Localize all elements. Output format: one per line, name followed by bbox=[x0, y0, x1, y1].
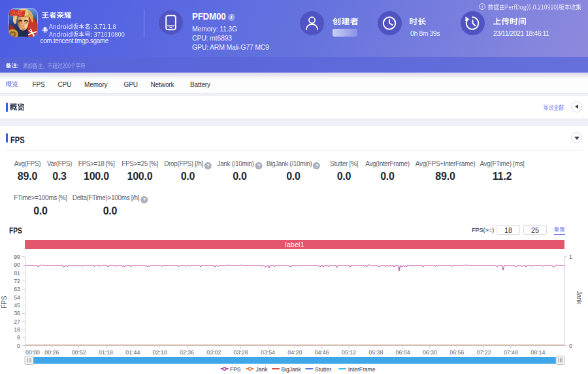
svg-text:81: 81 bbox=[14, 270, 20, 277]
svg-text:00:26: 00:26 bbox=[44, 349, 59, 356]
svg-text:07:22: 07:22 bbox=[477, 349, 491, 356]
svg-text:02:36: 02:36 bbox=[180, 349, 194, 356]
svg-text:36: 36 bbox=[14, 310, 20, 316]
svg-text:0: 0 bbox=[17, 343, 20, 349]
svg-text:01:44: 01:44 bbox=[125, 349, 140, 356]
svg-text:54: 54 bbox=[14, 294, 20, 301]
svg-text:27: 27 bbox=[14, 318, 20, 325]
svg-text:02:10: 02:10 bbox=[153, 349, 167, 356]
svg-text:04:20: 04:20 bbox=[287, 349, 302, 356]
svg-text:07:48: 07:48 bbox=[504, 349, 518, 356]
svg-text:InterFrame: InterFrame bbox=[348, 366, 376, 373]
svg-text:00:00: 00:00 bbox=[25, 349, 40, 356]
svg-text:BigJank: BigJank bbox=[282, 366, 302, 373]
svg-text:99: 99 bbox=[14, 254, 20, 260]
svg-text:06:56: 06:56 bbox=[449, 349, 464, 356]
svg-text:45: 45 bbox=[14, 302, 20, 309]
svg-text:06:04: 06:04 bbox=[396, 349, 410, 356]
svg-text:9: 9 bbox=[17, 334, 20, 341]
svg-text:90: 90 bbox=[14, 262, 20, 268]
svg-text:06:30: 06:30 bbox=[423, 349, 437, 356]
svg-text:FPS: FPS bbox=[230, 366, 241, 373]
svg-text:03:54: 03:54 bbox=[261, 349, 275, 356]
svg-text:FPS: FPS bbox=[1, 296, 8, 309]
svg-text:05:38: 05:38 bbox=[368, 349, 383, 356]
svg-text:18: 18 bbox=[14, 326, 20, 333]
svg-text:0: 0 bbox=[569, 343, 572, 349]
svg-text:00:52: 00:52 bbox=[72, 349, 86, 356]
svg-text:01:18: 01:18 bbox=[99, 349, 113, 356]
svg-text:04:46: 04:46 bbox=[315, 349, 329, 356]
svg-text:72: 72 bbox=[14, 278, 20, 284]
svg-text:Jank: Jank bbox=[256, 366, 269, 373]
svg-text:03:02: 03:02 bbox=[206, 349, 221, 356]
svg-text:Stutter: Stutter bbox=[315, 366, 331, 373]
svg-text:Jank: Jank bbox=[576, 290, 583, 305]
svg-text:63: 63 bbox=[14, 286, 20, 292]
svg-text:08:14: 08:14 bbox=[531, 349, 545, 356]
svg-text:1: 1 bbox=[569, 254, 572, 260]
svg-text:05:12: 05:12 bbox=[342, 349, 356, 356]
svg-text:03:28: 03:28 bbox=[234, 349, 248, 356]
